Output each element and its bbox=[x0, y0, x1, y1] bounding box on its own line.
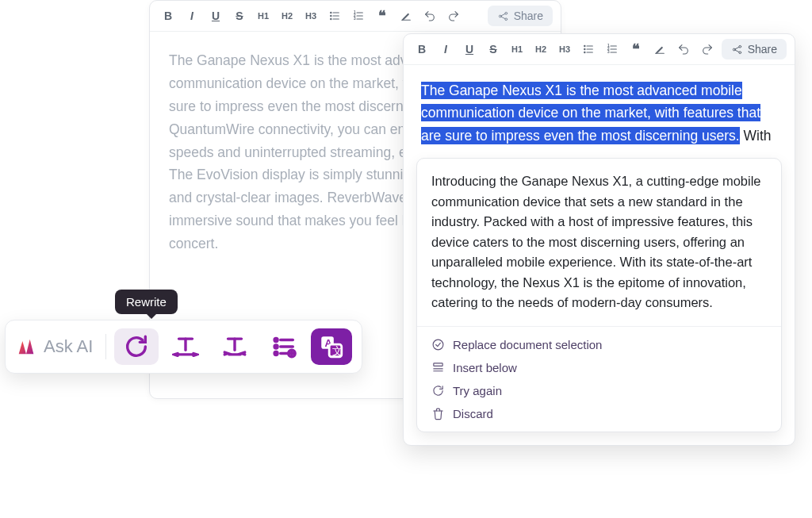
redo-button[interactable] bbox=[443, 6, 464, 26]
h1-button[interactable]: H1 bbox=[253, 6, 274, 26]
rewrite-tooltip: Rewrite bbox=[115, 290, 178, 314]
svg-point-19 bbox=[584, 48, 585, 49]
try-again-action[interactable]: Try again bbox=[425, 379, 773, 402]
strike-button[interactable]: S bbox=[483, 39, 504, 59]
trailing-text: With bbox=[740, 128, 772, 144]
svg-line-15 bbox=[501, 13, 505, 16]
highlight-button[interactable] bbox=[396, 6, 416, 26]
svg-line-33 bbox=[735, 50, 739, 52]
h3-button[interactable]: H3 bbox=[301, 6, 321, 26]
share-label: Share bbox=[748, 43, 777, 56]
share-label: Share bbox=[514, 10, 543, 22]
list-plus-icon bbox=[270, 333, 297, 360]
numbered-list-button[interactable]: 123 bbox=[602, 39, 622, 59]
insert-below-action[interactable]: Insert below bbox=[425, 356, 773, 379]
h3-button[interactable]: H3 bbox=[554, 39, 575, 59]
rewrite-icon bbox=[123, 333, 150, 360]
svg-point-0 bbox=[331, 12, 331, 13]
svg-text:3: 3 bbox=[607, 50, 610, 54]
expand-text-tool[interactable] bbox=[163, 328, 208, 365]
insert-below-icon bbox=[431, 361, 445, 374]
svg-point-17 bbox=[584, 45, 585, 46]
svg-text:3: 3 bbox=[354, 17, 356, 21]
quote-button[interactable]: ❝ bbox=[626, 39, 646, 59]
bullet-list-button[interactable] bbox=[578, 39, 599, 59]
ai-suggestion-card: Introducing the Ganape Nexus X1, a cutti… bbox=[416, 158, 782, 432]
ask-ai-toolbar: Ask AI A文 bbox=[5, 320, 362, 374]
svg-point-44 bbox=[274, 352, 278, 355]
editor-panel-front: B I U S H1 H2 H3 123 ❝ Share The Ganape … bbox=[403, 33, 795, 446]
document-body-front[interactable]: The Ganape Nexus X1 is the most advanced… bbox=[404, 65, 795, 152]
refresh-icon bbox=[431, 384, 445, 397]
underline-button[interactable]: U bbox=[205, 6, 226, 26]
share-button-front[interactable]: Share bbox=[722, 39, 787, 59]
ask-ai-logo-icon bbox=[15, 336, 37, 358]
ai-action-list: Replace document selection Insert below … bbox=[417, 326, 781, 432]
redo-button[interactable] bbox=[697, 39, 718, 59]
italic-button[interactable]: I bbox=[435, 39, 456, 59]
strike-button[interactable]: S bbox=[229, 6, 250, 26]
rewrite-tool[interactable] bbox=[114, 328, 159, 365]
svg-point-4 bbox=[331, 18, 331, 19]
underline-button[interactable]: U bbox=[459, 39, 480, 59]
action-label: Insert below bbox=[453, 361, 517, 374]
discard-action[interactable]: Discard bbox=[425, 402, 773, 425]
svg-line-32 bbox=[735, 47, 739, 49]
replace-selection-action[interactable]: Replace document selection bbox=[425, 333, 773, 356]
summarize-tool[interactable] bbox=[262, 328, 306, 365]
action-label: Replace document selection bbox=[453, 338, 602, 351]
shorten-text-tool[interactable] bbox=[213, 328, 257, 365]
svg-rect-35 bbox=[434, 363, 442, 366]
bold-button[interactable]: B bbox=[412, 39, 432, 59]
numbered-list-button[interactable]: 123 bbox=[348, 6, 369, 26]
undo-button[interactable] bbox=[673, 39, 694, 59]
undo-button[interactable] bbox=[419, 6, 440, 26]
svg-point-2 bbox=[331, 15, 331, 16]
separator bbox=[105, 334, 106, 359]
svg-point-21 bbox=[584, 52, 585, 52]
h1-button[interactable]: H1 bbox=[507, 39, 527, 59]
svg-point-40 bbox=[274, 339, 278, 342]
action-label: Try again bbox=[453, 384, 502, 397]
svg-line-16 bbox=[501, 17, 505, 19]
bold-button[interactable]: B bbox=[158, 6, 178, 26]
svg-point-42 bbox=[274, 345, 278, 348]
toolbar-front: B I U S H1 H2 H3 123 ❝ Share bbox=[404, 34, 795, 65]
trash-icon bbox=[431, 407, 445, 420]
translate-icon: A文 bbox=[318, 333, 345, 360]
expand-text-icon bbox=[172, 333, 199, 360]
action-label: Discard bbox=[453, 407, 493, 420]
ask-ai-label[interactable]: Ask AI bbox=[44, 336, 93, 357]
share-button-back[interactable]: Share bbox=[488, 6, 553, 26]
bullet-list-button[interactable] bbox=[324, 6, 345, 26]
h2-button[interactable]: H2 bbox=[277, 6, 297, 26]
italic-button[interactable]: I bbox=[182, 6, 202, 26]
toolbar-back: B I U S H1 H2 H3 123 ❝ Share bbox=[150, 1, 561, 32]
h2-button[interactable]: H2 bbox=[530, 39, 551, 59]
ai-suggestion-text: Introducing the Ganape Nexus X1, a cutti… bbox=[417, 159, 781, 326]
shorten-text-icon bbox=[221, 333, 248, 360]
svg-text:文: 文 bbox=[332, 345, 343, 357]
highlight-button[interactable] bbox=[649, 39, 670, 59]
check-circle-icon bbox=[431, 338, 445, 351]
translate-tool[interactable]: A文 bbox=[311, 328, 352, 365]
svg-point-34 bbox=[433, 340, 443, 350]
quote-button[interactable]: ❝ bbox=[372, 6, 393, 26]
selected-text: The Ganape Nexus X1 is the most advanced… bbox=[421, 82, 760, 144]
